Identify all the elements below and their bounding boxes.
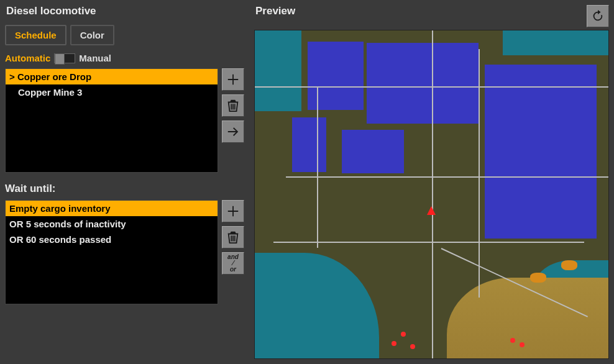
plus-icon [226,204,240,218]
condition-item[interactable]: OR 60 seconds passed [6,232,218,247]
delete-station-button[interactable] [222,94,244,117]
goto-station-button[interactable] [222,121,244,143]
mode-manual-label: Manual [79,53,111,63]
tab-color[interactable]: Color [70,25,114,45]
station-item[interactable]: Copper Mine 3 [6,84,218,100]
condition-item[interactable]: Empty cargo inventory [6,201,218,216]
preview-header: Preview [254,5,609,27]
tabs: Schedule Color [5,25,244,45]
schedule-panel: Diesel locomotive Schedule Color Automat… [0,0,249,364]
conditions-listbox[interactable]: Empty cargo inventory OR 5 seconds of in… [5,200,218,304]
arrow-right-icon [226,125,240,139]
trash-icon [226,230,240,244]
condition-item[interactable]: OR 5 seconds of inactivity [6,216,218,232]
andor-icon: and⁄or [227,254,239,273]
add-condition-button[interactable] [222,200,244,222]
mode-switch[interactable] [54,53,75,63]
preview-title: Preview [254,5,295,17]
mode-automatic-label: Automatic [5,53,50,63]
train-marker-icon [427,206,436,215]
trash-icon [226,99,240,112]
stations-listbox[interactable]: > Copper ore Drop Copper Mine 3 [5,68,218,173]
mode-toggle-row: Automatic Manual [5,53,244,63]
condition-buttons: and⁄or [222,200,244,304]
add-station-button[interactable] [222,68,244,91]
stations-row: > Copper ore Drop Copper Mine 3 [5,68,244,173]
refresh-preview-button[interactable] [587,5,609,27]
map-preview[interactable] [254,30,609,359]
refresh-icon [591,9,605,23]
station-buttons [222,68,244,173]
preview-panel: Preview [249,0,614,364]
andor-toggle-button[interactable]: and⁄or [222,252,244,275]
station-item[interactable]: > Copper ore Drop [6,69,218,84]
tab-schedule[interactable]: Schedule [5,25,66,45]
plus-icon [226,73,240,86]
conditions-row: Empty cargo inventory OR 5 seconds of in… [5,200,244,304]
panel-title: Diesel locomotive [5,5,244,17]
delete-condition-button[interactable] [222,226,244,248]
wait-until-heading: Wait until: [5,183,244,195]
